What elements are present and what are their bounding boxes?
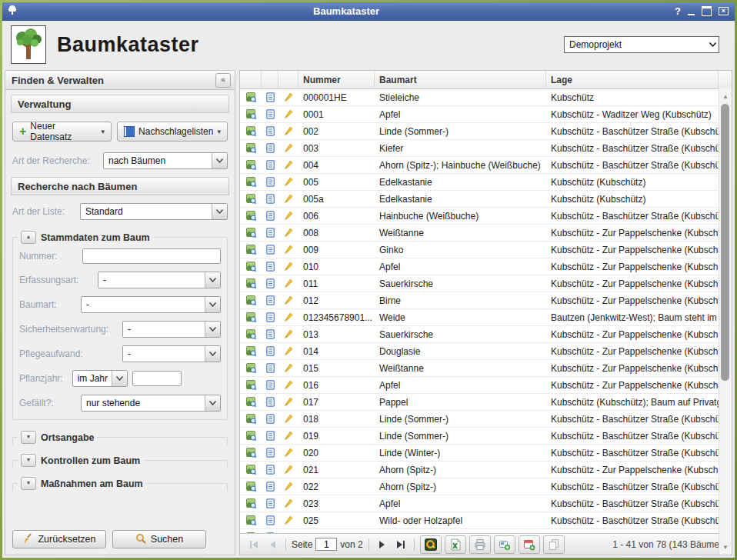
table-row[interactable]: 011 Sauerkirsche Kubschütz - Zur Pappels…	[240, 275, 732, 292]
table-row[interactable]: 005 Edelkastanie Kubschütz (Kubschütz)	[240, 174, 732, 191]
photo-locate-icon[interactable]	[240, 194, 262, 204]
edit-pencil-icon[interactable]	[278, 515, 298, 525]
table-row[interactable]: 022 Ahorn (Spitz-) Kubschütz - Baschütze…	[240, 478, 732, 495]
details-document-icon[interactable]	[262, 92, 278, 102]
edit-pencil-icon[interactable]	[278, 448, 298, 458]
photo-locate-icon[interactable]	[240, 109, 262, 119]
details-document-icon[interactable]	[262, 465, 278, 475]
photo-locate-icon[interactable]	[240, 92, 262, 102]
photo-locate-icon[interactable]	[240, 211, 262, 221]
edit-pencil-icon[interactable]	[278, 532, 298, 533]
edit-pencil-icon[interactable]	[278, 194, 298, 204]
details-document-icon[interactable]	[262, 482, 278, 492]
edit-pencil-icon[interactable]	[278, 329, 298, 339]
photo-locate-icon[interactable]	[240, 295, 262, 305]
calendar-add-button[interactable]	[519, 535, 540, 554]
table-row[interactable]: 012345678901... Weide Bautzen (Jenkwitz-…	[240, 309, 732, 326]
edit-pencil-icon[interactable]	[278, 363, 298, 373]
details-document-icon[interactable]	[262, 498, 278, 508]
close-button[interactable]: ×	[719, 7, 729, 15]
pflanzjahr-input[interactable]	[132, 371, 182, 386]
baumart-select[interactable]: -	[81, 296, 221, 313]
pflegeaufwand-select[interactable]: -	[122, 345, 221, 362]
chevron-down-icon[interactable]	[205, 297, 220, 312]
table-row[interactable]: 016 Apfel Kubschütz - Zur Pappelschenke …	[240, 377, 732, 394]
photo-locate-icon[interactable]	[240, 245, 262, 255]
photo-locate-icon[interactable]	[240, 431, 262, 441]
chevron-down-icon[interactable]	[205, 346, 220, 362]
table-row[interactable]: 015 Weißtanne Kubschütz - Zur Pappelsche…	[240, 360, 732, 377]
photo-locate-icon[interactable]	[240, 448, 262, 458]
expand-section-button[interactable]: ▼	[21, 431, 36, 444]
edit-pencil-icon[interactable]	[278, 177, 298, 187]
add-record-button[interactable]	[494, 535, 515, 554]
excel-export-button[interactable]	[445, 535, 466, 554]
edit-pencil-icon[interactable]	[278, 498, 298, 508]
sicherheitserwartung-select[interactable]: -	[122, 321, 221, 338]
table-row[interactable]: 003 Kiefer Kubschütz - Baschützer Straße…	[240, 140, 732, 157]
table-row[interactable]: 0001 Apfel Kubschütz - Waditzer Weg (Kub…	[240, 106, 732, 123]
details-document-icon[interactable]	[262, 126, 278, 136]
table-row[interactable]: 019 Linde (Sommer-) Kubschütz - Baschütz…	[240, 428, 732, 445]
photo-locate-icon[interactable]	[240, 262, 262, 272]
photo-locate-icon[interactable]	[240, 414, 262, 424]
edit-pencil-icon[interactable]	[278, 414, 298, 424]
table-row[interactable]: 013 Sauerkirsche Kubschütz - Zur Pappels…	[240, 326, 732, 343]
details-document-icon[interactable]	[262, 431, 278, 441]
search-button[interactable]: Suchen	[112, 530, 206, 548]
help-button[interactable]: ?	[675, 5, 681, 17]
table-row[interactable]: 026 Wild- oder Holzapfel Kubschütz - Bas…	[240, 529, 732, 533]
table-row[interactable]: 008 Weißtanne Kubschütz - Zur Pappelsche…	[240, 225, 732, 242]
new-record-button[interactable]: + Neuer Datensatz ▾	[12, 122, 112, 142]
table-row[interactable]: 009 Ginko Kubschütz - Zur Pappelschenke …	[240, 242, 732, 258]
scrollbar-thumb[interactable]	[721, 104, 729, 381]
gefaellt-select[interactable]: nur stehende	[81, 395, 221, 412]
edit-pencil-icon[interactable]	[278, 380, 298, 390]
table-row[interactable]: 004 Ahorn (Spitz-); Hainbuche (Weißbuche…	[240, 157, 732, 174]
edit-pencil-icon[interactable]	[278, 312, 298, 322]
print-button[interactable]	[469, 535, 491, 554]
details-document-icon[interactable]	[262, 109, 278, 119]
photo-locate-icon[interactable]	[240, 397, 262, 407]
collapse-section-button[interactable]: ▲	[21, 231, 36, 244]
pflanzjahr-mode-select[interactable]: im Jahr	[72, 370, 128, 387]
edit-pencil-icon[interactable]	[278, 278, 298, 288]
list-type-select[interactable]: Standard	[80, 203, 228, 220]
edit-pencil-icon[interactable]	[278, 160, 298, 170]
nummer-input[interactable]	[82, 248, 221, 264]
details-document-icon[interactable]	[262, 448, 278, 458]
table-row[interactable]: 010 Apfel Kubschütz - Zur Pappelschenke …	[240, 258, 732, 275]
details-document-icon[interactable]	[262, 194, 278, 204]
photo-locate-icon[interactable]	[240, 126, 262, 136]
edit-pencil-icon[interactable]	[278, 295, 298, 305]
expand-section-button[interactable]: ▼	[21, 454, 36, 467]
details-document-icon[interactable]	[262, 177, 278, 187]
photo-locate-icon[interactable]	[240, 465, 262, 475]
column-header-lage[interactable]: Lage	[546, 71, 719, 88]
edit-pencil-icon[interactable]	[278, 431, 298, 441]
photo-locate-icon[interactable]	[240, 363, 262, 373]
details-document-icon[interactable]	[262, 329, 278, 339]
photo-locate-icon[interactable]	[240, 515, 262, 525]
details-document-icon[interactable]	[262, 532, 278, 533]
edit-pencil-icon[interactable]	[278, 245, 298, 255]
expand-section-button[interactable]: ▼	[21, 477, 36, 490]
details-document-icon[interactable]	[262, 295, 278, 305]
photo-locate-icon[interactable]	[240, 177, 262, 187]
details-document-icon[interactable]	[262, 262, 278, 272]
photo-locate-icon[interactable]	[240, 346, 262, 356]
details-document-icon[interactable]	[262, 312, 278, 322]
details-document-icon[interactable]	[262, 380, 278, 390]
next-page-button[interactable]	[375, 537, 390, 552]
edit-pencil-icon[interactable]	[278, 465, 298, 475]
edit-pencil-icon[interactable]	[278, 346, 298, 356]
edit-pencil-icon[interactable]	[278, 482, 298, 492]
details-document-icon[interactable]	[262, 228, 278, 238]
recherche-type-select[interactable]: nach Bäumen	[103, 152, 228, 169]
first-page-button[interactable]	[246, 537, 262, 552]
edit-pencil-icon[interactable]	[278, 228, 298, 238]
details-document-icon[interactable]	[262, 515, 278, 525]
chevron-down-icon[interactable]	[112, 371, 127, 386]
table-row[interactable]: 023 Apfel Kubschütz - Baschützer Straße …	[240, 495, 732, 512]
table-row[interactable]: 005a Edelkastanie Kubschütz (Kubschütz)	[240, 191, 732, 208]
